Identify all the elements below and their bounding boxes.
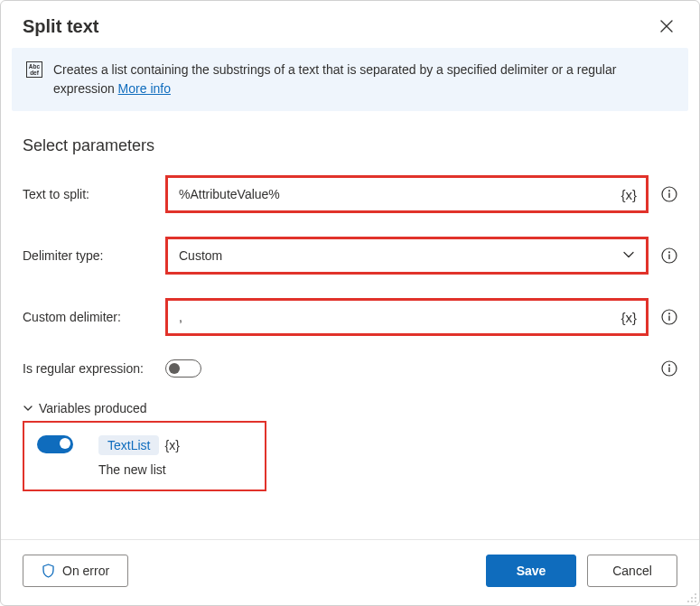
info-icon[interactable] [661,247,677,264]
dialog-header: Split text [1,1,699,48]
svg-point-13 [691,597,693,599]
field-text-to-split: {x} [165,175,649,213]
variables-produced-header[interactable]: Variables produced [23,401,677,415]
output-variable-description: The new list [98,462,180,477]
dialog-title: Split text [23,16,98,37]
split-text-dialog: Split text Abcdef Creates a list contain… [0,0,700,606]
svg-point-4 [668,251,670,253]
field-is-regex [165,359,649,378]
row-delimiter-type: Delimiter type: Custom [23,237,677,275]
more-info-link[interactable]: More info [118,81,171,96]
output-variable-name[interactable]: TextList [98,435,159,455]
shield-icon [42,564,55,578]
on-error-button[interactable]: On error [23,555,128,587]
label-is-regex: Is regular expression: [23,361,165,376]
svg-rect-8 [668,316,669,322]
variable-token-icon: {x} [164,438,179,452]
parameters-section-title: Select parameters [23,136,677,155]
text-to-split-input[interactable] [168,178,646,210]
label-custom-delimiter: Custom delimiter: [23,310,165,324]
label-text-to-split: Text to split: [23,187,165,201]
svg-point-14 [695,597,696,599]
info-icon[interactable] [661,309,677,325]
svg-rect-2 [668,193,669,199]
chevron-down-icon [23,403,33,414]
svg-point-7 [668,312,670,314]
variables-produced-label: Variables produced [39,401,147,415]
save-button[interactable]: Save [486,555,576,587]
field-delimiter-type: Custom [165,237,649,275]
label-delimiter-type: Delimiter type: [23,248,165,263]
svg-point-12 [695,593,696,595]
cancel-button[interactable]: Cancel [587,555,677,587]
dialog-footer: On error Save Cancel [1,539,699,605]
output-variable-toggle[interactable] [37,435,73,453]
row-text-to-split: Text to split: {x} [23,175,677,213]
info-text: Creates a list containing the substrings… [53,61,674,98]
variables-produced-box: TextList {x} The new list [23,421,266,491]
svg-rect-11 [668,368,669,373]
close-icon [660,20,673,33]
row-is-regex: Is regular expression: [23,359,677,378]
delimiter-type-select[interactable]: Custom [168,239,646,272]
is-regex-toggle[interactable] [165,359,201,378]
svg-point-16 [691,601,693,602]
info-bar: Abcdef Creates a list containing the sub… [12,48,688,111]
text-action-icon: Abcdef [26,61,42,78]
on-error-label: On error [62,564,109,578]
svg-point-17 [695,601,696,602]
field-custom-delimiter: {x} [165,298,649,336]
custom-delimiter-input[interactable] [168,301,646,333]
output-variable-info: TextList {x} The new list [98,435,180,477]
dialog-body: Select parameters Text to split: {x} Del… [1,111,699,539]
svg-point-15 [687,601,689,602]
info-icon[interactable] [661,186,677,202]
delimiter-type-value: Custom [179,248,222,263]
svg-point-10 [668,364,670,366]
row-custom-delimiter: Custom delimiter: {x} [23,298,677,336]
svg-rect-5 [668,255,669,260]
svg-point-1 [668,190,670,191]
close-button[interactable] [656,15,677,37]
resize-grip-icon[interactable] [686,592,697,603]
info-icon[interactable] [661,360,677,377]
